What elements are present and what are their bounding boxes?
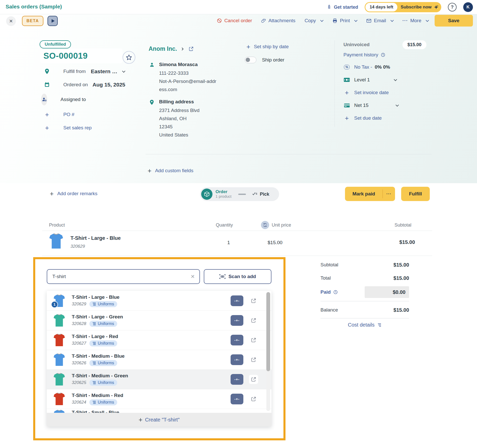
customer-link[interactable]: Anom Inc. xyxy=(149,45,194,52)
scrollbar-thumb[interactable] xyxy=(266,292,270,371)
fulfill-button[interactable]: Fulfill xyxy=(401,187,430,201)
line-item-unit-price[interactable]: $15.00 xyxy=(268,240,282,245)
picker-row-clipped[interactable]: T-Shirt - Small - Blue xyxy=(47,409,271,413)
picker-item-name: T-Shirt - Small - Blue xyxy=(72,410,119,413)
set-invoice-date-button[interactable]: + Set invoice date xyxy=(343,90,389,95)
close-order-button[interactable]: ✕ xyxy=(6,16,16,26)
avatar-initial: K xyxy=(467,5,470,10)
set-ship-by-date-button[interactable]: + Set ship by date xyxy=(246,44,289,49)
uninvoiced-row: Uninvoiced xyxy=(343,42,369,47)
picker-row[interactable]: T-Shirt - Large - Green 320628 Uniforms … xyxy=(47,310,271,330)
sales-order-page: Sales orders (Sample) Get started 14 day… xyxy=(0,0,477,448)
pricing-level-dropdown[interactable]: Level 1 xyxy=(343,77,397,83)
chevron-down-icon xyxy=(394,78,397,81)
category-icon xyxy=(92,322,96,325)
clear-search-icon[interactable]: ✕ xyxy=(186,273,199,280)
cost-details-icon xyxy=(377,323,382,327)
adjust-quantity-button[interactable]: -+- xyxy=(231,354,243,365)
attachments-button[interactable]: Attachments xyxy=(261,18,295,23)
stage-pick[interactable]: Pick xyxy=(252,192,269,197)
copy-menu-button[interactable]: Copy xyxy=(305,18,323,23)
clock-icon xyxy=(381,53,385,57)
picker-item-name: T-Shirt - Medium - Green xyxy=(72,373,128,379)
order-number[interactable]: SO-000019 xyxy=(43,51,88,61)
pick-checklist-icon xyxy=(252,192,258,196)
scrollbar-track[interactable] xyxy=(266,292,270,411)
help-button[interactable]: ? xyxy=(448,3,457,11)
table-row-divider xyxy=(42,256,432,256)
payment-terms-dropdown[interactable]: Net 15 xyxy=(343,103,398,108)
payment-history-link[interactable]: Payment history xyxy=(343,52,385,58)
get-started-link[interactable]: Get started xyxy=(327,5,358,10)
mark-paid-button[interactable]: Mark paid ··· xyxy=(345,187,395,201)
external-link-icon[interactable] xyxy=(189,46,194,51)
set-due-date-button[interactable]: + Set due date xyxy=(343,115,382,121)
plus-icon: + xyxy=(246,44,250,49)
picker-item-sku: 320628 xyxy=(72,321,86,326)
picker-row[interactable]: T-Shirt - Large - Red 320627 Uniforms -+… xyxy=(47,330,271,350)
sparkle-icon xyxy=(434,5,439,10)
category-icon xyxy=(92,342,96,345)
scan-to-add-button[interactable]: Scan to add xyxy=(204,269,271,284)
po-number-row[interactable]: + PO # xyxy=(44,112,74,117)
add-custom-fields-button[interactable]: + Add custom fields xyxy=(148,168,193,173)
tax-rates: 0% 0% xyxy=(375,64,390,70)
picker-item-sku: 320625 xyxy=(72,380,86,385)
totals-divider xyxy=(320,318,409,318)
refresh-prices-icon[interactable] xyxy=(261,221,269,229)
open-product-icon[interactable] xyxy=(249,316,258,325)
adjust-quantity-button[interactable]: -+- xyxy=(231,335,243,345)
set-sales-rep-row[interactable]: + Set sales rep xyxy=(44,125,92,131)
line-item-quantity[interactable]: 1 xyxy=(227,240,230,245)
open-product-icon[interactable] xyxy=(249,375,258,384)
product-search-input[interactable] xyxy=(47,274,186,279)
more-menu-button[interactable]: ··· More xyxy=(402,18,428,23)
fulfill-from-row[interactable]: Fulfill from Eastern … xyxy=(44,68,125,74)
picker-item-sku: 320626 xyxy=(72,360,86,366)
picker-item-sku: 320627 xyxy=(72,341,86,346)
adjust-quantity-button[interactable]: -+- xyxy=(231,295,243,306)
picker-item-name: T-Shirt - Large - Green xyxy=(72,314,123,320)
adjust-quantity-button[interactable]: -+- xyxy=(231,394,243,404)
ordered-on-row[interactable]: Ordered on Aug 15, 2025 xyxy=(44,82,125,88)
line-item-subtotal: $15.00 xyxy=(391,239,415,245)
create-product-button[interactable]: + Create "T-shirt" xyxy=(47,413,271,427)
adjust-quantity-button[interactable]: -+- xyxy=(231,315,243,326)
mark-paid-more-button[interactable]: ··· xyxy=(383,191,395,196)
trial-subscribe-pill[interactable]: 14 days left Subscribe now xyxy=(365,2,441,12)
picker-row[interactable]: T-Shirt - Medium - Blue 320626 Uniforms … xyxy=(47,350,271,369)
favorite-star-button[interactable] xyxy=(123,51,135,64)
open-product-icon[interactable] xyxy=(249,335,258,345)
picker-row[interactable]: 1 T-Shirt - Large - Blue 320629 Uniforms… xyxy=(47,291,271,310)
product-image-tshirt xyxy=(53,373,65,386)
banknote-icon xyxy=(343,78,350,82)
adjust-quantity-button[interactable]: -+- xyxy=(231,374,243,385)
ship-order-label: Ship order xyxy=(262,57,284,63)
paid-link[interactable]: Paid xyxy=(320,289,338,295)
category-badge: Uniforms xyxy=(89,340,117,346)
paid-amount-field[interactable]: $0.00 xyxy=(365,286,409,298)
add-order-remarks-button[interactable]: + Add order remarks xyxy=(50,191,98,196)
tour-play-button[interactable] xyxy=(47,16,58,26)
picker-row-hovered[interactable]: T-Shirt - Medium - Green 320625 Uniforms… xyxy=(47,369,271,389)
open-product-icon[interactable] xyxy=(249,296,258,305)
save-button[interactable]: Save xyxy=(435,15,473,27)
calendar-icon xyxy=(44,82,50,88)
open-product-icon[interactable] xyxy=(249,355,258,364)
ship-order-toggle[interactable] xyxy=(245,57,256,63)
balance-row: Balance $15.00 xyxy=(320,305,409,315)
assigned-to-row[interactable]: Assigned to xyxy=(44,96,86,103)
print-menu-button[interactable]: Print xyxy=(332,18,357,23)
printer-icon xyxy=(332,18,338,23)
open-product-icon[interactable] xyxy=(249,394,258,404)
cost-details-link[interactable]: Cost details xyxy=(320,322,409,328)
email-menu-button[interactable]: Email xyxy=(366,18,393,23)
order-stage-pill[interactable]: Order 1 product Pick xyxy=(200,187,279,201)
user-avatar[interactable]: K xyxy=(463,2,473,12)
page-title: Sales orders (Sample) xyxy=(6,4,62,10)
tax-scheme-row[interactable]: % No Tax - 0% 0% xyxy=(343,64,390,70)
cancel-order-button[interactable]: Cancel order xyxy=(217,18,252,23)
plus-icon: + xyxy=(44,125,50,130)
percent-icon: % xyxy=(343,65,350,69)
picker-row[interactable]: T-Shirt - Medium - Red 320624 Uniforms -… xyxy=(47,389,271,409)
